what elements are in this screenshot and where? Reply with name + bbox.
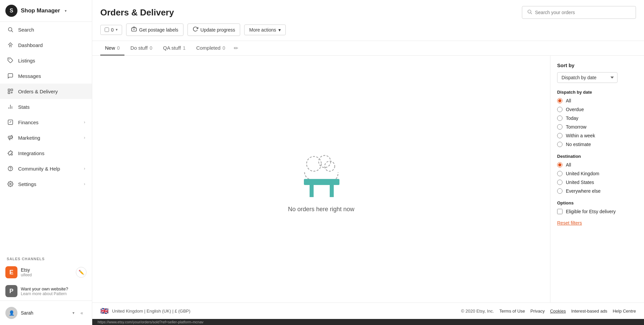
- tab-qa-stuff[interactable]: QA stuff 1: [158, 41, 190, 55]
- count-chevron-icon: ▾: [116, 28, 118, 32]
- tab-completed[interactable]: Completed 0: [192, 41, 230, 55]
- user-item[interactable]: 👤 Sarah ▾: [5, 304, 74, 322]
- dispatch-option-tomorrow[interactable]: Tomorrow: [557, 124, 637, 130]
- sidebar-item-marketing[interactable]: Marketing ›: [0, 130, 92, 145]
- destination-option-us[interactable]: United States: [557, 180, 637, 185]
- message-icon: [7, 72, 14, 80]
- dispatch-radio-tomorrow[interactable]: [557, 124, 562, 130]
- destination-radio-us[interactable]: [557, 180, 562, 185]
- sidebar-item-dashboard[interactable]: Dashboard: [0, 37, 92, 53]
- destination-radio-all[interactable]: [557, 162, 562, 168]
- channel-etsy-sub: uifeed: [21, 273, 72, 277]
- footer-copyright: © 2020 Etsy, Inc.: [461, 309, 494, 314]
- more-actions-label: More actions: [249, 27, 276, 33]
- get-postage-labels-label: Get postage labels: [139, 27, 178, 33]
- page-title: Orders & Delivery: [100, 7, 174, 18]
- puzzle-icon: [7, 149, 14, 157]
- sidebar-item-listings[interactable]: Listings: [0, 53, 92, 68]
- sidebar-item-stats[interactable]: Stats: [0, 99, 92, 114]
- sidebar-item-finances[interactable]: Finances ›: [0, 114, 92, 130]
- svg-line-14: [531, 13, 532, 14]
- channel-pattern-name: Want your own website?: [21, 286, 87, 291]
- get-postage-labels-button[interactable]: Get postage labels: [126, 24, 183, 36]
- eligible-etsy-delivery-checkbox[interactable]: [557, 209, 562, 214]
- dispatch-radio-within-week[interactable]: [557, 133, 562, 138]
- dispatch-radio-no-estimate[interactable]: [557, 142, 562, 147]
- options-filter-title: Options: [557, 200, 637, 205]
- dispatch-option-overdue[interactable]: Overdue: [557, 107, 637, 112]
- svg-point-20: [325, 161, 335, 171]
- sidebar-label-integrations: Integrations: [18, 150, 44, 156]
- dispatch-option-all[interactable]: All: [557, 98, 637, 103]
- update-progress-button[interactable]: Update progress: [187, 24, 240, 36]
- select-all-checkbox-group[interactable]: 0 ▾: [100, 25, 122, 35]
- content-area: No orders here right now Sort by Dispatc…: [92, 56, 644, 303]
- footer-locale: 🇬🇧 United Kingdom | English (UK) | £ (GB…: [100, 307, 191, 315]
- update-progress-label: Update progress: [201, 27, 235, 33]
- shop-manager-chevron: ▾: [65, 9, 67, 13]
- destination-radio-uk[interactable]: [557, 171, 562, 176]
- sidebar-label-marketing: Marketing: [18, 135, 40, 141]
- dispatch-radio-all[interactable]: [557, 98, 562, 103]
- svg-point-0: [8, 28, 12, 31]
- channel-pattern-sub: Learn more about Pattern: [21, 291, 87, 296]
- sidebar-label-search: Search: [18, 27, 34, 33]
- avatar: 👤: [5, 307, 17, 319]
- footer: 🇬🇧 United Kingdom | English (UK) | £ (GB…: [92, 303, 644, 319]
- channel-pattern[interactable]: P Want your own website? Learn more abou…: [0, 282, 92, 300]
- dispatch-radio-overdue[interactable]: [557, 107, 562, 112]
- footer-link-cookies[interactable]: Cookies: [550, 309, 566, 314]
- destination-filter-title: Destination: [557, 154, 637, 159]
- sidebar-item-search[interactable]: Search: [0, 22, 92, 37]
- dispatch-option-today[interactable]: Today: [557, 115, 637, 121]
- dispatch-option-within-week[interactable]: Within a week: [557, 133, 637, 138]
- sales-channels-label: SALES CHANNELS: [0, 252, 92, 263]
- edit-tabs-icon[interactable]: ✏: [234, 45, 238, 51]
- locale-flag: 🇬🇧: [100, 307, 109, 315]
- destination-radio-everywhere[interactable]: [557, 188, 562, 194]
- footer-link-interest-ads[interactable]: Interest-based ads: [571, 309, 607, 314]
- more-actions-button[interactable]: More actions ▾: [244, 25, 286, 35]
- orders-main: No orders here right now: [92, 56, 550, 303]
- tab-qa-stuff-label: QA stuff: [163, 45, 181, 51]
- tab-new[interactable]: New 0: [100, 41, 124, 55]
- footer-link-privacy[interactable]: Privacy: [530, 309, 545, 314]
- channel-etsy-edit[interactable]: ✏️: [76, 267, 87, 278]
- destination-option-uk[interactable]: United Kingdom: [557, 171, 637, 176]
- sidebar-item-integrations[interactable]: Integrations: [0, 145, 92, 161]
- tab-do-stuff[interactable]: Do stuff 0: [126, 41, 157, 55]
- reset-filters-link[interactable]: Reset filters: [557, 220, 582, 226]
- sidebar-item-settings[interactable]: Settings ›: [0, 176, 92, 192]
- dispatch-option-no-estimate[interactable]: No estimate: [557, 142, 637, 147]
- dispatch-all-label: All: [566, 98, 571, 103]
- sort-select[interactable]: Dispatch by date: [557, 72, 618, 83]
- dispatch-radio-today[interactable]: [557, 115, 562, 121]
- chart-icon: [7, 103, 14, 110]
- tab-qa-stuff-count: 1: [183, 45, 185, 51]
- status-bar: https://www.etsy.com/your/orders/sold?re…: [92, 319, 644, 325]
- footer-links: © 2020 Etsy, Inc. Terms of Use Privacy C…: [461, 309, 636, 314]
- channel-etsy-name: Etsy: [21, 267, 72, 273]
- shop-manager-header[interactable]: S Shop Manager ▾: [0, 0, 92, 22]
- shop-logo: S: [5, 5, 17, 17]
- sidebar-label-messages: Messages: [18, 73, 41, 79]
- locale-text: United Kingdom | English (UK) | £ (GBP): [112, 309, 191, 314]
- footer-link-help[interactable]: Help Centre: [613, 309, 636, 314]
- sidebar-item-community[interactable]: Community & Help ›: [0, 161, 92, 176]
- order-search-bar[interactable]: [522, 6, 636, 19]
- sidebar-item-orders[interactable]: Orders & Delivery: [0, 84, 92, 99]
- search-orders-input[interactable]: [535, 10, 631, 15]
- destination-option-all[interactable]: All: [557, 162, 637, 168]
- channel-etsy[interactable]: E Etsy uifeed ✏️: [0, 263, 92, 282]
- destination-option-everywhere[interactable]: Everywhere else: [557, 188, 637, 194]
- channel-etsy-text: Etsy uifeed: [21, 267, 72, 277]
- channel-pattern-text: Want your own website? Learn more about …: [21, 286, 87, 296]
- eligible-etsy-delivery-option[interactable]: Eligible for Etsy delivery: [557, 209, 637, 214]
- select-all-checkbox[interactable]: [105, 28, 109, 32]
- shop-manager-title: Shop Manager: [21, 7, 60, 14]
- footer-link-terms[interactable]: Terms of Use: [499, 309, 525, 314]
- chevron-right-icon: ›: [84, 120, 85, 125]
- sidebar-item-messages[interactable]: Messages: [0, 68, 92, 84]
- svg-point-12: [10, 183, 11, 185]
- collapse-sidebar-button[interactable]: «: [77, 308, 87, 318]
